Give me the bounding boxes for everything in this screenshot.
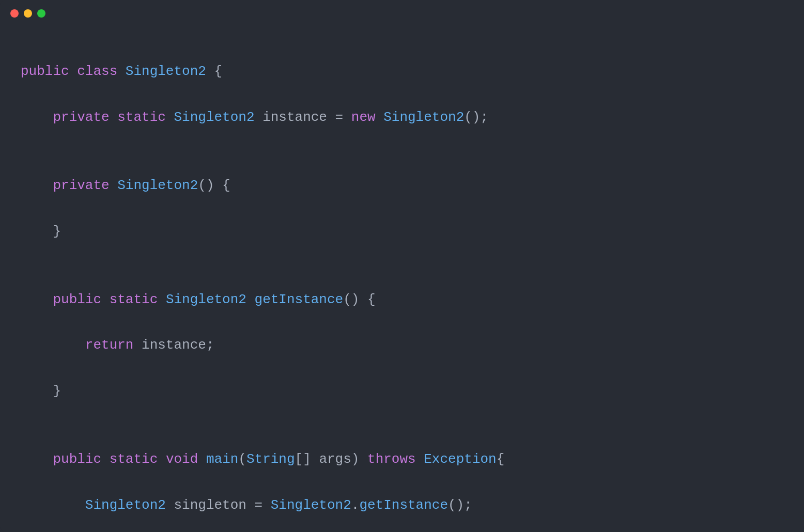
code-line-7: public static Singleton2 getInstance() {	[21, 288, 783, 311]
code-line-4: private Singleton2() {	[21, 174, 783, 197]
code-editor: public class Singleton2 { private static…	[0, 27, 804, 532]
code-line-2: private static Singleton2 instance = new…	[21, 106, 783, 129]
minimize-button[interactable]	[24, 9, 32, 18]
maximize-button[interactable]	[37, 9, 45, 18]
close-button[interactable]	[10, 9, 19, 18]
code-line-5: }	[21, 220, 783, 243]
code-line-12: Singleton2 singleton = Singleton2.getIns…	[21, 494, 783, 517]
code-line-8: return instance;	[21, 334, 783, 356]
code-line-9: }	[21, 380, 783, 402]
editor-window: public class Singleton2 { private static…	[0, 0, 804, 532]
title-bar	[0, 0, 804, 27]
code-line-11: public static void main(String[] args) t…	[21, 448, 783, 471]
code-line-1: public class Singleton2 {	[21, 60, 783, 83]
